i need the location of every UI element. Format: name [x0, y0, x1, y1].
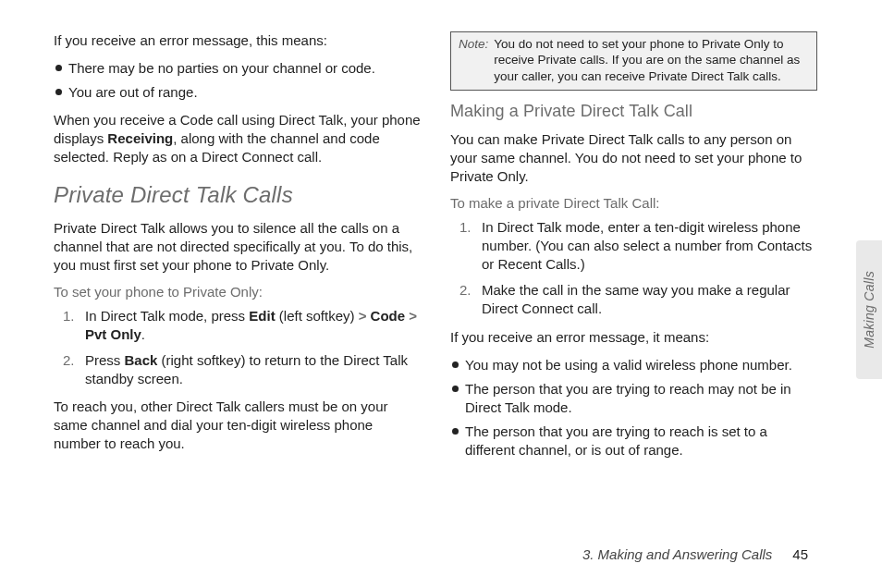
list-item: You are out of range. — [54, 83, 421, 102]
text-fragment: Press — [85, 352, 125, 368]
list-item: There may be no parties on your channel … — [54, 59, 421, 78]
lead-set-private-only: To set your phone to Private Only: — [54, 284, 421, 300]
lead-make-private-call: To make a private Direct Talk Call: — [450, 195, 817, 211]
heading-making-private-call: Making a Private Direct Talk Call — [450, 102, 817, 121]
steps-make-private-call: In Direct Talk mode, enter a ten-digit w… — [458, 218, 817, 318]
page-number: 45 — [792, 546, 808, 562]
footer-section-title: 3. Making and Answering Calls — [582, 546, 772, 562]
text-fragment: . — [141, 326, 145, 342]
left-error-list: There may be no parties on your channel … — [54, 59, 421, 102]
list-item: You may not be using a valid wireless ph… — [450, 356, 817, 374]
page-footer: 3. Making and Answering Calls45 — [582, 546, 808, 562]
step-1: In Direct Talk mode, press Edit (left so… — [81, 307, 421, 344]
text-fragment: In Direct Talk mode, press — [85, 308, 249, 324]
menu-pvt-only: Pvt Only — [85, 326, 141, 342]
bold-receiving: Receiving — [107, 130, 173, 146]
text-fragment: (left softkey) — [276, 308, 359, 324]
menu-code: Code — [371, 308, 406, 324]
chevron-icon: > — [359, 308, 367, 324]
side-tab-label: Making Calls — [862, 271, 876, 349]
note-box: Note: You do not need to set your phone … — [450, 31, 817, 91]
left-intro-p1: If you receive an error message, this me… — [54, 31, 421, 50]
left-p3: Private Direct Talk allows you to silenc… — [54, 219, 421, 275]
left-column: If you receive an error message, this me… — [54, 31, 421, 469]
heading-private-direct-talk: Private Direct Talk Calls — [54, 182, 421, 208]
steps-set-private-only: In Direct Talk mode, press Edit (left so… — [61, 307, 421, 388]
right-error-list: You may not be using a valid wireless ph… — [450, 356, 817, 459]
note-body: You do not need to set your phone to Pri… — [494, 36, 809, 84]
right-p2: If you receive an error message, it mean… — [450, 328, 817, 347]
left-p2: When you receive a Code call using Direc… — [54, 111, 421, 166]
list-item: The person that you are trying to reach … — [450, 380, 817, 417]
softkey-edit: Edit — [249, 308, 275, 324]
note-label: Note: — [459, 36, 490, 84]
step-2: Press Back (right softkey) to return to … — [81, 351, 421, 388]
left-p4: To reach you, other Direct Talk callers … — [54, 398, 421, 453]
right-column: Note: You do not need to set your phone … — [450, 31, 817, 469]
two-column-layout: If you receive an error message, this me… — [54, 31, 817, 469]
step-2: Make the call in the same way you make a… — [478, 281, 817, 318]
page-container: If you receive an error message, this me… — [0, 0, 882, 588]
side-tab: Making Calls — [856, 240, 882, 379]
right-p1: You can make Private Direct Talk calls t… — [450, 130, 817, 186]
chevron-icon: > — [409, 308, 417, 324]
step-1: In Direct Talk mode, enter a ten-digit w… — [478, 218, 817, 274]
softkey-back: Back — [125, 352, 158, 368]
list-item: The person that you are trying to reach … — [450, 423, 817, 459]
